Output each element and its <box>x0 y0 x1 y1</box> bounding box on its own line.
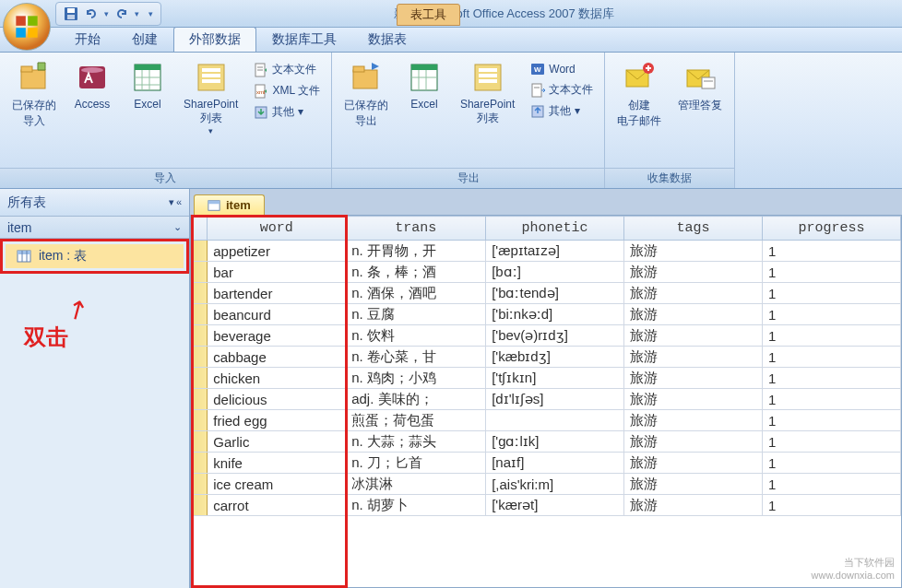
import-sharepoint-button[interactable]: SharePoint 列表 ▾ <box>177 56 244 140</box>
cell-progress[interactable]: 1 <box>763 304 901 325</box>
cell-trans[interactable]: n. 胡萝卜 <box>346 495 486 516</box>
row-selector[interactable] <box>192 241 208 262</box>
cell-trans[interactable]: adj. 美味的； <box>346 389 486 410</box>
row-selector[interactable] <box>192 304 208 325</box>
cell-tags[interactable]: 旅游 <box>624 241 763 262</box>
table-row[interactable]: knifen. 刀；匕首[naɪf]旅游1 <box>192 453 901 474</box>
column-header-tags[interactable]: tags <box>624 217 763 241</box>
table-row[interactable]: barn. 条，棒；酒[bɑː]旅游1 <box>192 262 901 283</box>
cell-tags[interactable]: 旅游 <box>624 495 763 516</box>
cell-trans[interactable]: n. 开胃物，开 <box>346 241 486 262</box>
undo-dropdown-icon[interactable]: ▾ <box>104 9 109 18</box>
row-selector[interactable] <box>192 283 208 304</box>
column-header-trans[interactable]: trans <box>346 217 486 241</box>
table-row[interactable]: deliciousadj. 美味的；[dɪ'lɪʃəs]旅游1 <box>192 389 901 410</box>
cell-progress[interactable]: 1 <box>763 453 901 474</box>
import-xml-button[interactable]: xml XML 文件 <box>250 81 324 100</box>
table-row[interactable]: Garlicn. 大蒜；蒜头['gɑːlɪk]旅游1 <box>192 431 901 453</box>
undo-icon[interactable] <box>84 6 99 21</box>
contextual-tab-tabletools[interactable]: 表工具 <box>397 4 460 26</box>
cell-trans[interactable]: n. 鸡肉；小鸡 <box>346 368 486 389</box>
cell-phonetic[interactable]: ['tʃɪkɪn] <box>486 368 624 389</box>
cell-phonetic[interactable] <box>486 410 624 431</box>
import-text-button[interactable]: 文本文件 <box>250 60 324 79</box>
cell-tags[interactable]: 旅游 <box>624 410 763 431</box>
cell-tags[interactable]: 旅游 <box>624 283 763 304</box>
cell-progress[interactable]: 1 <box>763 368 901 389</box>
nav-collapse-icon[interactable]: « <box>176 196 182 208</box>
cell-word[interactable]: fried egg <box>208 410 346 431</box>
row-selector[interactable] <box>192 431 208 453</box>
nav-pane-header[interactable]: 所有表 ▾ « <box>0 189 189 217</box>
cell-progress[interactable]: 1 <box>763 431 901 453</box>
row-selector[interactable] <box>192 325 208 347</box>
export-excel-button[interactable]: Excel <box>398 56 450 115</box>
cell-trans[interactable]: n. 条，棒；酒 <box>346 262 486 283</box>
import-other-button[interactable]: 其他 ▾ <box>250 102 324 122</box>
cell-phonetic[interactable]: [bɑː] <box>486 262 624 283</box>
cell-progress[interactable]: 1 <box>763 262 901 283</box>
cell-word[interactable]: delicious <box>208 389 346 410</box>
table-row[interactable]: beancurdn. 豆腐['biːnkəːd]旅游1 <box>192 304 901 325</box>
row-selector[interactable] <box>192 368 208 389</box>
cell-progress[interactable]: 1 <box>763 474 901 495</box>
nav-dropdown-icon[interactable]: ▾ <box>169 196 174 208</box>
cell-trans[interactable]: 冰淇淋 <box>346 474 486 495</box>
cell-trans[interactable]: n. 饮料 <box>346 325 486 347</box>
save-icon[interactable] <box>64 6 78 21</box>
cell-tags[interactable]: 旅游 <box>624 431 763 453</box>
tab-create[interactable]: 创建 <box>116 27 173 52</box>
cell-trans[interactable]: n. 豆腐 <box>346 304 486 325</box>
cell-tags[interactable]: 旅游 <box>624 347 763 368</box>
cell-word[interactable]: carrot <box>208 495 346 516</box>
row-selector[interactable] <box>192 262 208 283</box>
column-header-phonetic[interactable]: phonetic <box>486 217 624 241</box>
tab-external-data[interactable]: 外部数据 <box>173 27 256 52</box>
column-header-progress[interactable]: progress <box>763 217 901 241</box>
cell-tags[interactable]: 旅游 <box>624 368 763 389</box>
cell-progress[interactable]: 1 <box>763 389 901 410</box>
cell-progress[interactable]: 1 <box>763 241 901 262</box>
cell-trans[interactable]: n. 酒保，酒吧 <box>346 283 486 304</box>
table-row[interactable]: beveragen. 饮料['bev(ə)rɪdʒ]旅游1 <box>192 325 901 347</box>
cell-phonetic[interactable]: ['gɑːlɪk] <box>486 431 624 453</box>
nav-group-header[interactable]: item ⌄ <box>0 217 189 239</box>
row-selector[interactable] <box>192 453 208 474</box>
cell-tags[interactable]: 旅游 <box>624 262 763 283</box>
cell-word[interactable]: beverage <box>208 325 346 347</box>
cell-word[interactable]: Garlic <box>208 431 346 453</box>
cell-phonetic[interactable]: ['æpɪtaɪzə] <box>486 241 624 262</box>
row-selector[interactable] <box>192 495 208 516</box>
datasheet-grid[interactable]: wordtransphonetictagsprogress appetizern… <box>190 215 902 588</box>
cell-phonetic[interactable]: ['bev(ə)rɪdʒ] <box>486 325 624 347</box>
export-other-button[interactable]: 其他 ▾ <box>527 101 597 121</box>
tab-database-tools[interactable]: 数据库工具 <box>256 27 352 52</box>
manage-replies-button[interactable]: 管理答复 <box>671 56 729 118</box>
cell-word[interactable]: bar <box>208 262 346 283</box>
saved-exports-button[interactable]: 已保存的 导出 <box>338 56 395 134</box>
cell-progress[interactable]: 1 <box>763 325 901 347</box>
nav-group-collapse-icon[interactable]: ⌄ <box>173 221 182 233</box>
object-tab-item[interactable]: item <box>194 194 265 215</box>
redo-icon[interactable] <box>114 6 129 21</box>
redo-dropdown-icon[interactable]: ▾ <box>135 9 139 18</box>
cell-word[interactable]: bartender <box>208 283 346 304</box>
cell-phonetic[interactable]: [dɪ'lɪʃəs] <box>486 389 624 410</box>
tab-home[interactable]: 开始 <box>59 27 116 52</box>
row-selector[interactable] <box>192 410 208 431</box>
table-row[interactable]: appetizern. 开胃物，开['æpɪtaɪzə]旅游1 <box>192 241 901 262</box>
export-sharepoint-button[interactable]: SharePoint 列表 <box>454 56 521 131</box>
cell-trans[interactable]: n. 刀；匕首 <box>346 453 486 474</box>
create-email-button[interactable]: 创建 电子邮件 <box>611 56 668 134</box>
row-selector[interactable] <box>192 347 208 368</box>
cell-word[interactable]: knife <box>208 453 346 474</box>
table-row[interactable]: cabbagen. 卷心菜，甘['kæbɪdʒ]旅游1 <box>192 347 901 368</box>
row-selector[interactable] <box>192 474 208 495</box>
row-selector[interactable] <box>192 389 208 410</box>
cell-word[interactable]: cabbage <box>208 347 346 368</box>
column-header-word[interactable]: word <box>208 217 346 241</box>
cell-trans[interactable]: 煎蛋；荷包蛋 <box>346 410 486 431</box>
office-button[interactable] <box>3 3 51 51</box>
cell-trans[interactable]: n. 大蒜；蒜头 <box>346 431 486 453</box>
cell-tags[interactable]: 旅游 <box>624 325 763 347</box>
